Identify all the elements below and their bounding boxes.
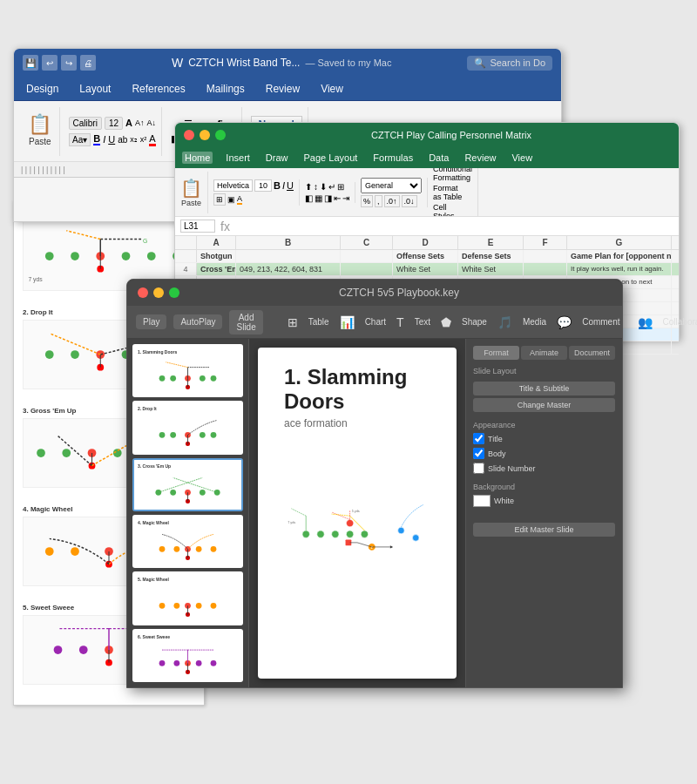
- excel-col-g-header[interactable]: G: [567, 236, 672, 249]
- font-name[interactable]: Calibri: [69, 117, 102, 130]
- table-icon[interactable]: ⊞: [284, 315, 301, 329]
- excel-italic-btn[interactable]: I: [282, 180, 285, 191]
- excel-indent-inc[interactable]: ⇥: [342, 193, 349, 203]
- excel-menu-view[interactable]: View: [509, 152, 535, 164]
- excel-minimize-btn[interactable]: [200, 130, 210, 140]
- keynote-add-slide-btn[interactable]: Add Slide: [229, 310, 262, 335]
- shape-icon[interactable]: ⬟: [437, 315, 455, 329]
- font-format-aa[interactable]: Aa▾: [69, 133, 91, 146]
- excel-row-0-g[interactable]: Game Plan for [opponent name]: [567, 250, 672, 262]
- title-subtitle-btn[interactable]: Title & Subtitle: [473, 382, 615, 395]
- excel-col-e-header[interactable]: E: [458, 236, 524, 249]
- excel-conditional-format[interactable]: ConditionalFormatting: [433, 168, 472, 182]
- inspector-tab-document[interactable]: Document: [569, 346, 615, 360]
- font-sub[interactable]: x₂: [130, 135, 138, 144]
- excel-underline-btn[interactable]: U: [287, 180, 294, 191]
- text-label[interactable]: Text: [415, 317, 430, 327]
- keynote-minimize-btn[interactable]: [153, 287, 164, 298]
- excel-col-b-header[interactable]: B: [236, 236, 341, 249]
- word-menu-mailings[interactable]: Mailings: [203, 81, 248, 97]
- excel-align-top[interactable]: ⬆: [305, 182, 312, 192]
- excel-align-mid[interactable]: ↕: [314, 182, 318, 192]
- excel-menu-draw[interactable]: Draw: [263, 152, 291, 164]
- keynote-close-btn[interactable]: [138, 287, 148, 298]
- excel-col-f-header[interactable]: F: [524, 236, 567, 249]
- excel-row-0-e[interactable]: Defense Sets: [458, 250, 524, 262]
- excel-col-c-header[interactable]: C: [341, 236, 393, 249]
- excel-percent-btn[interactable]: %: [361, 195, 373, 207]
- excel-row-4-a[interactable]: Cross 'Em Up: [197, 263, 236, 275]
- excel-maximize-btn[interactable]: [215, 130, 226, 140]
- excel-dec-inc-btn[interactable]: .0↑: [384, 195, 400, 207]
- excel-font-color[interactable]: A: [237, 194, 242, 205]
- keynote-slide-panel[interactable]: 1. Slamming Doors: [127, 339, 249, 687]
- edit-master-btn[interactable]: Edit Master Slide: [473, 523, 615, 537]
- background-color-swatch[interactable]: [473, 495, 491, 507]
- text-icon[interactable]: T: [393, 315, 408, 329]
- excel-align-right[interactable]: ◨: [324, 193, 332, 203]
- appearance-title-check[interactable]: [473, 433, 484, 444]
- font-shrink[interactable]: A↓: [147, 118, 157, 127]
- excel-row-4-g[interactable]: It play works well, run it again.: [567, 263, 672, 275]
- excel-bold-btn[interactable]: B: [274, 180, 281, 191]
- font-size[interactable]: 12: [105, 117, 123, 130]
- appearance-slidenum-check[interactable]: [473, 463, 484, 474]
- excel-font-name[interactable]: Helvetica: [213, 179, 253, 192]
- excel-row-4-e[interactable]: White Set: [458, 263, 524, 275]
- excel-align-center[interactable]: ▦: [315, 193, 322, 203]
- excel-align-bot[interactable]: ⬇: [320, 182, 327, 192]
- excel-col-a-header[interactable]: A: [197, 236, 236, 249]
- change-master-btn[interactable]: Change Master: [473, 398, 615, 412]
- chart-label[interactable]: Chart: [365, 317, 386, 327]
- excel-menu-review[interactable]: Review: [462, 152, 498, 164]
- excel-font-size[interactable]: 10: [254, 179, 272, 192]
- word-redo-icon[interactable]: ↪: [61, 55, 77, 71]
- paste-label[interactable]: Paste: [26, 136, 54, 147]
- font-underline-btn[interactable]: U: [108, 134, 115, 145]
- comment-icon[interactable]: 💬: [553, 315, 575, 329]
- slide-thumb-2[interactable]: 2. Drop It: [132, 401, 243, 454]
- word-search-bar[interactable]: 🔍 Search in Do: [467, 56, 552, 71]
- word-menu-review[interactable]: Review: [262, 81, 303, 97]
- excel-indent-dec[interactable]: ⇤: [334, 193, 341, 203]
- slide-thumb-4[interactable]: 4. Magic Wheel: [132, 515, 243, 568]
- font-color-btn[interactable]: A: [149, 133, 155, 146]
- appearance-body-check[interactable]: [473, 448, 484, 459]
- collaborate-label[interactable]: Collaborate: [663, 317, 697, 327]
- excel-number-format[interactable]: General Number Currency: [361, 178, 422, 193]
- slide-thumb-1[interactable]: 1. Slamming Doors: [132, 344, 243, 397]
- slide-thumb-3[interactable]: 3. Cross 'Em Up: [132, 458, 243, 511]
- excel-row-0-f[interactable]: [524, 250, 567, 262]
- excel-menu-pagelayout[interactable]: Page Layout: [301, 152, 361, 164]
- slide-thumb-5[interactable]: 5. Magic Wheel: [132, 571, 243, 625]
- excel-align-left[interactable]: ◧: [305, 193, 313, 203]
- word-menu-layout[interactable]: Layout: [76, 81, 114, 97]
- keynote-maximize-btn[interactable]: [169, 287, 179, 298]
- font-bold[interactable]: A: [125, 118, 132, 128]
- media-label[interactable]: Media: [523, 317, 546, 327]
- excel-row-0-b[interactable]: [236, 250, 341, 262]
- excel-row-4-c[interactable]: [341, 263, 393, 275]
- excel-paste-label[interactable]: Paste: [181, 199, 201, 207]
- collaborate-icon[interactable]: 👥: [634, 315, 656, 329]
- font-strikethrough[interactable]: ab: [118, 135, 127, 145]
- excel-row-4-b[interactable]: 049, 213, 422, 604, 831: [236, 263, 341, 275]
- formula-cell-ref[interactable]: L31: [180, 220, 215, 233]
- excel-wrap-text[interactable]: ↵: [328, 182, 335, 192]
- inspector-tab-animate[interactable]: Animate: [521, 346, 567, 360]
- font-grow[interactable]: A↑: [135, 118, 145, 127]
- excel-comma-btn[interactable]: ,: [375, 195, 382, 207]
- font-italic-btn[interactable]: I: [103, 134, 105, 145]
- excel-cell-styles[interactable]: CellStyles: [433, 203, 472, 218]
- excel-merge[interactable]: ⊞: [337, 182, 344, 192]
- paste-icon[interactable]: 📋: [28, 115, 51, 134]
- excel-menu-home[interactable]: Home: [182, 152, 213, 164]
- excel-row-4-f[interactable]: [524, 263, 567, 275]
- word-menu-view[interactable]: View: [317, 81, 347, 97]
- excel-format-table[interactable]: Formatas Table: [433, 184, 472, 201]
- excel-close-btn[interactable]: [184, 130, 194, 140]
- word-print-icon[interactable]: 🖨: [80, 55, 96, 71]
- excel-row-0-d[interactable]: Offense Sets: [393, 250, 458, 262]
- keynote-autoplay-btn[interactable]: AutoPlay: [173, 314, 222, 329]
- excel-fill-color[interactable]: ▣: [227, 195, 235, 204]
